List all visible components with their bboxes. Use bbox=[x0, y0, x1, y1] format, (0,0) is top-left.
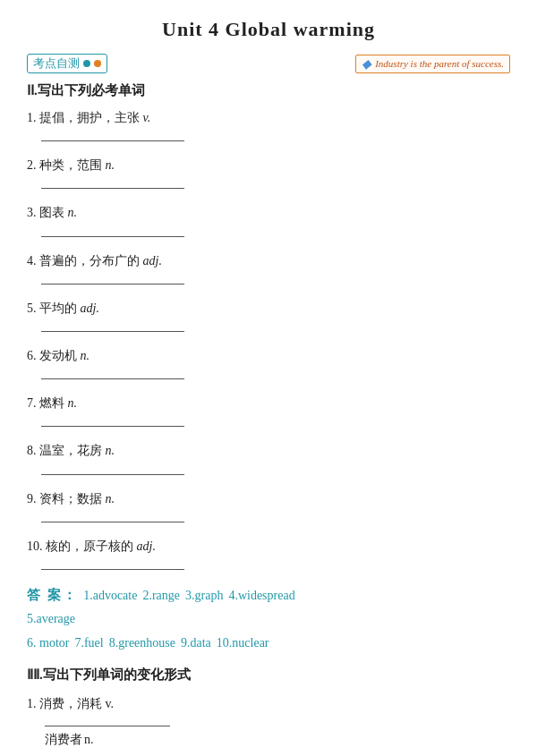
answer-8: 8.greenhouse bbox=[109, 632, 175, 656]
section2-title: ⅡⅡ.写出下列单词的变化形式 bbox=[27, 667, 510, 684]
section1-title: ⅠⅠ.写出下列必考单词 bbox=[27, 82, 510, 99]
answer-2: 2.range bbox=[142, 584, 180, 608]
section2-items: 1. 消费，消耗 v.消费者 n.2. 平稳的，稳固的 adj.平稳地，稳固地 … bbox=[27, 692, 510, 756]
page-title: Unit 4 Global warming bbox=[27, 18, 510, 41]
section1-item-4: 4. 普遍的，分布广的 adj. bbox=[27, 250, 510, 285]
answer-4: 4.widespread bbox=[228, 584, 294, 608]
answer-10: 10.nuclear bbox=[217, 632, 269, 656]
answer-6: 6. motor bbox=[27, 632, 69, 656]
answer-9: 9.data bbox=[181, 632, 211, 656]
section1-item-1: 1. 提倡，拥护，主张 v. bbox=[27, 106, 510, 141]
kaoshi-dot2-icon bbox=[94, 60, 101, 67]
section1-item-7: 7. 燃料 n. bbox=[27, 392, 510, 427]
section1-item-3: 3. 图表 n. bbox=[27, 201, 510, 236]
answer-3: 3.graph bbox=[185, 584, 223, 608]
kaoshi-dot-icon bbox=[83, 60, 90, 67]
kaoshi-label: 考点自测 bbox=[33, 55, 80, 72]
kaoshi-badge: 考点自测 bbox=[27, 54, 107, 73]
header-bar: 考点自测 ◆ Industry is the parent of success… bbox=[27, 54, 510, 73]
answer-1: 1.advocate bbox=[83, 584, 137, 608]
section1-item-5: 5. 平均的 adj. bbox=[27, 297, 510, 332]
section1-items: 1. 提倡，拥护，主张 v.2. 种类，范围 n.3. 图表 n.4. 普遍的，… bbox=[27, 106, 510, 570]
industry-text: Industry is the parent of success. bbox=[375, 58, 504, 69]
section1-item-9: 9. 资料；数据 n. bbox=[27, 488, 510, 522]
answer-5: 5.average bbox=[27, 607, 75, 632]
answer-block: 答 案： 1.advocate 2.range 3.graph 4.widesp… bbox=[27, 582, 510, 656]
section1-item-2: 2. 种类，范围 n. bbox=[27, 154, 510, 189]
section1-item-6: 6. 发动机 n. bbox=[27, 344, 510, 379]
section2-item-1: 1. 消费，消耗 v.消费者 n. bbox=[27, 692, 510, 752]
section1-item-10: 10. 核的，原子核的 adj. bbox=[27, 535, 510, 570]
industry-icon: ◆ bbox=[362, 56, 371, 72]
answer-7: 7.fuel bbox=[74, 632, 103, 656]
answer-label: 答 案： bbox=[27, 582, 78, 608]
industry-box: ◆ Industry is the parent of success. bbox=[355, 55, 510, 73]
section1-item-8: 8. 温室，花房 n. bbox=[27, 439, 510, 474]
